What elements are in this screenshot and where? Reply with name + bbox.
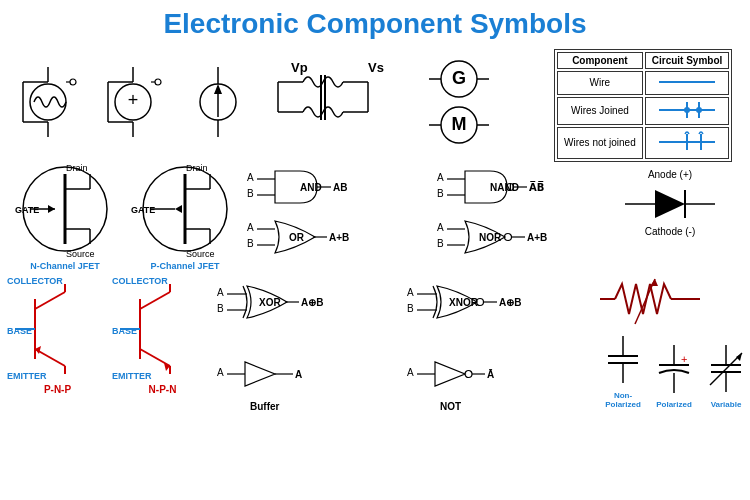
svg-text:A: A [217, 287, 224, 298]
wires-not-joined-label: Wires not joined [557, 127, 643, 159]
cap-nonpolar: Non-Polarized [600, 336, 646, 409]
wires-not-joined-symbol [645, 127, 730, 159]
svg-text:G: G [452, 68, 466, 88]
svg-text:A: A [247, 172, 254, 183]
svg-marker-149 [435, 362, 465, 386]
circuit-table-container: Component Circuit Symbol Wire Wires Join… [544, 47, 732, 162]
svg-marker-103 [655, 190, 685, 218]
svg-line-122 [140, 349, 170, 366]
npn-transistor: COLLECTOR BASE EMITTER N-P-N [110, 274, 215, 395]
wires-joined-label: Wires Joined [557, 97, 643, 125]
svg-text:XOR: XOR [259, 297, 281, 308]
n-jfet-label: N-Channel JFET [30, 261, 100, 271]
xnor-not-gates: A B XNOR A⊕B A Ā NOT [405, 274, 595, 433]
anode-label: Anode (+) [648, 169, 692, 180]
mid-row: GATE Drain Source N-Channel JFET GATE [0, 159, 750, 274]
svg-marker-55 [48, 205, 55, 213]
svg-point-45 [696, 107, 702, 113]
current-source [188, 62, 248, 142]
svg-marker-171 [736, 353, 742, 361]
svg-text:B: B [407, 303, 414, 314]
npn-label: N-P-N [149, 384, 177, 395]
svg-text:A+B: A+B [527, 232, 547, 243]
cap-nonpolar-label: Non-Polarized [600, 391, 646, 409]
p-jfet-label: P-Channel JFET [150, 261, 219, 271]
wires-joined-symbol [645, 97, 730, 125]
bot-row: COLLECTOR BASE EMITTER P-N-P COLLECTOR [0, 274, 750, 429]
cap-polar: + Polarized [654, 345, 694, 409]
svg-text:NOT: NOT [440, 401, 461, 412]
svg-text:EMITTER: EMITTER [112, 371, 152, 381]
svg-text:COLLECTOR: COLLECTOR [112, 276, 168, 286]
diode-section: Anode (+) Cathode (-) [625, 159, 715, 237]
svg-point-5 [30, 84, 66, 120]
svg-text:A⊕B: A⊕B [499, 297, 521, 308]
svg-text:A+B: A+B [329, 232, 349, 243]
svg-text:Drain: Drain [186, 163, 208, 173]
svg-text:+: + [128, 90, 139, 110]
svg-text:Drain: Drain [66, 163, 88, 173]
logic-gates-right: A B NAND A̅B̅ A B NOR A+B [435, 159, 625, 273]
svg-text:BASE: BASE [7, 326, 32, 336]
svg-text:XNOR: XNOR [449, 297, 479, 308]
svg-text:A⊕B: A⊕B [301, 297, 323, 308]
n-jfet: GATE Drain Source N-Channel JFET [5, 159, 125, 271]
dc-source: + [103, 62, 163, 142]
svg-point-43 [684, 107, 690, 113]
passive-components: Non-Polarized + Polarized [595, 274, 750, 409]
svg-marker-135 [245, 362, 275, 386]
svg-point-15 [155, 79, 161, 85]
pnp-label: P-N-P [44, 384, 71, 395]
svg-text:B: B [437, 238, 444, 249]
svg-marker-21 [214, 84, 222, 94]
svg-text:GATE: GATE [131, 205, 155, 215]
svg-text:OR: OR [289, 232, 305, 243]
top-row: + Vp Vs [0, 44, 750, 159]
svg-text:EMITTER: EMITTER [7, 371, 47, 381]
pnp-transistor: COLLECTOR BASE EMITTER P-N-P [5, 274, 110, 395]
svg-text:COLLECTOR: COLLECTOR [7, 276, 63, 286]
svg-text:A: A [247, 222, 254, 233]
svg-text:Buffer: Buffer [250, 401, 280, 412]
col-header-component: Component [557, 52, 643, 69]
page-title: Electronic Component Symbols [0, 0, 750, 44]
svg-text:B: B [247, 238, 254, 249]
wire-symbol [645, 71, 730, 95]
svg-marker-66 [175, 205, 182, 213]
cap-variable-label: Variable [711, 400, 742, 409]
wire-label: Wire [557, 71, 643, 95]
cathode-label: Cathode (-) [645, 226, 696, 237]
svg-text:Vp: Vp [291, 60, 308, 75]
svg-text:A̅B̅: A̅B̅ [529, 181, 544, 193]
svg-text:B: B [217, 303, 224, 314]
svg-text:Ā: Ā [487, 369, 494, 380]
svg-text:AND: AND [300, 182, 322, 193]
svg-text:A: A [437, 222, 444, 233]
svg-text:Source: Source [186, 249, 215, 259]
svg-text:A: A [407, 287, 414, 298]
transformer: Vp Vs [273, 57, 403, 147]
xor-buffer-gates: A B A⊕B XOR A A Buffer [215, 274, 405, 433]
col-header-symbol: Circuit Symbol [645, 52, 730, 69]
svg-text:A: A [295, 369, 302, 380]
svg-text:+: + [681, 353, 687, 365]
generator-motor: G M [429, 57, 519, 147]
svg-line-121 [140, 292, 170, 309]
ac-source [18, 62, 78, 142]
svg-point-6 [70, 79, 76, 85]
svg-text:GATE: GATE [15, 205, 39, 215]
p-jfet: GATE Drain Source P-Channel JFET [125, 159, 245, 271]
svg-text:Source: Source [66, 249, 95, 259]
svg-text:M: M [451, 114, 466, 134]
svg-text:BASE: BASE [112, 326, 137, 336]
svg-text:B: B [247, 188, 254, 199]
svg-text:AB: AB [333, 182, 347, 193]
svg-text:NAND: NAND [490, 182, 519, 193]
svg-text:Vs: Vs [368, 60, 384, 75]
svg-text:NOR: NOR [479, 232, 502, 243]
svg-line-111 [35, 292, 65, 309]
svg-text:A: A [407, 367, 414, 378]
logic-gates-left: A B AB AND A B A+B OR A [245, 159, 435, 273]
svg-text:A: A [437, 172, 444, 183]
cap-polar-label: Polarized [656, 400, 692, 409]
